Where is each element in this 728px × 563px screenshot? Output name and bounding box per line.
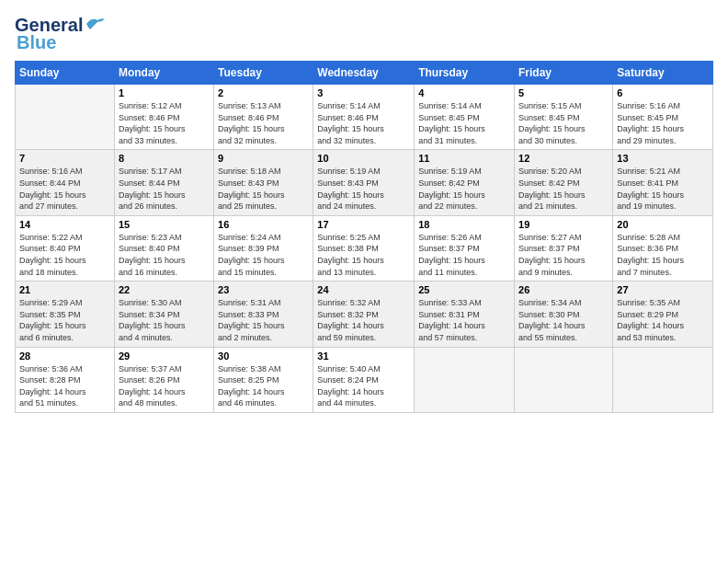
day-number: 21	[19, 284, 110, 295]
calendar-cell: 26Sunrise: 5:34 AM Sunset: 8:30 PM Dayli…	[515, 282, 613, 347]
calendar-week-row: 7Sunrise: 5:16 AM Sunset: 8:44 PM Daylig…	[16, 150, 713, 215]
day-info: Sunrise: 5:17 AM Sunset: 8:44 PM Dayligh…	[119, 166, 210, 212]
calendar-cell: 21Sunrise: 5:29 AM Sunset: 8:35 PM Dayli…	[16, 282, 115, 347]
calendar-cell: 28Sunrise: 5:36 AM Sunset: 8:28 PM Dayli…	[16, 347, 115, 412]
day-info: Sunrise: 5:37 AM Sunset: 8:26 PM Dayligh…	[119, 363, 210, 409]
calendar-cell: 5Sunrise: 5:15 AM Sunset: 8:45 PM Daylig…	[515, 85, 613, 150]
day-number: 24	[317, 284, 410, 295]
day-number: 22	[119, 284, 210, 295]
col-thursday: Thursday	[415, 62, 515, 85]
calendar-cell: 25Sunrise: 5:33 AM Sunset: 8:31 PM Dayli…	[415, 282, 515, 347]
col-wednesday: Wednesday	[313, 62, 415, 85]
calendar-cell: 17Sunrise: 5:25 AM Sunset: 8:38 PM Dayli…	[313, 215, 415, 281]
calendar-cell: 23Sunrise: 5:31 AM Sunset: 8:33 PM Dayli…	[214, 282, 313, 347]
calendar-cell: 11Sunrise: 5:19 AM Sunset: 8:42 PM Dayli…	[415, 150, 515, 215]
calendar-cell	[613, 347, 713, 412]
day-info: Sunrise: 5:32 AM Sunset: 8:32 PM Dayligh…	[317, 297, 410, 343]
day-number: 1	[119, 87, 210, 98]
day-number: 17	[317, 219, 410, 230]
calendar-cell: 18Sunrise: 5:26 AM Sunset: 8:37 PM Dayli…	[415, 215, 515, 281]
day-info: Sunrise: 5:21 AM Sunset: 8:41 PM Dayligh…	[617, 166, 709, 212]
calendar-header-row: Sunday Monday Tuesday Wednesday Thursday…	[16, 62, 713, 85]
header: General Blue	[15, 15, 713, 53]
day-number: 15	[119, 219, 210, 230]
day-number: 30	[218, 350, 309, 362]
day-number: 25	[418, 284, 510, 295]
day-info: Sunrise: 5:35 AM Sunset: 8:29 PM Dayligh…	[617, 297, 709, 343]
calendar-cell	[415, 347, 515, 412]
day-info: Sunrise: 5:19 AM Sunset: 8:42 PM Dayligh…	[418, 166, 510, 212]
calendar-cell: 4Sunrise: 5:14 AM Sunset: 8:45 PM Daylig…	[415, 85, 515, 150]
day-number: 18	[418, 219, 510, 230]
day-number: 12	[518, 153, 609, 164]
calendar-cell: 10Sunrise: 5:19 AM Sunset: 8:43 PM Dayli…	[313, 150, 415, 215]
day-info: Sunrise: 5:26 AM Sunset: 8:37 PM Dayligh…	[418, 232, 510, 278]
calendar-cell: 3Sunrise: 5:14 AM Sunset: 8:46 PM Daylig…	[313, 85, 415, 150]
calendar-cell: 16Sunrise: 5:24 AM Sunset: 8:39 PM Dayli…	[214, 215, 313, 281]
calendar-cell: 6Sunrise: 5:16 AM Sunset: 8:45 PM Daylig…	[613, 85, 713, 150]
col-friday: Friday	[515, 62, 613, 85]
logo: General Blue	[15, 15, 105, 53]
day-info: Sunrise: 5:31 AM Sunset: 8:33 PM Dayligh…	[218, 297, 309, 343]
col-saturday: Saturday	[613, 62, 713, 85]
calendar-cell: 12Sunrise: 5:20 AM Sunset: 8:42 PM Dayli…	[515, 150, 613, 215]
page: General Blue Sunday Monday Tuesday Wedne…	[0, 0, 728, 563]
day-number: 28	[19, 350, 110, 362]
calendar-cell: 24Sunrise: 5:32 AM Sunset: 8:32 PM Dayli…	[313, 282, 415, 347]
day-info: Sunrise: 5:14 AM Sunset: 8:45 PM Dayligh…	[418, 100, 510, 146]
day-number: 16	[218, 219, 309, 230]
day-number: 29	[119, 350, 210, 362]
day-number: 7	[19, 153, 110, 164]
calendar-cell: 19Sunrise: 5:27 AM Sunset: 8:37 PM Dayli…	[515, 215, 613, 281]
day-info: Sunrise: 5:23 AM Sunset: 8:40 PM Dayligh…	[119, 232, 210, 278]
calendar-week-row: 28Sunrise: 5:36 AM Sunset: 8:28 PM Dayli…	[16, 347, 713, 412]
day-info: Sunrise: 5:14 AM Sunset: 8:46 PM Dayligh…	[317, 100, 410, 146]
day-info: Sunrise: 5:16 AM Sunset: 8:44 PM Dayligh…	[19, 166, 110, 212]
calendar-cell: 7Sunrise: 5:16 AM Sunset: 8:44 PM Daylig…	[16, 150, 115, 215]
calendar-cell: 13Sunrise: 5:21 AM Sunset: 8:41 PM Dayli…	[613, 150, 713, 215]
calendar-cell: 30Sunrise: 5:38 AM Sunset: 8:25 PM Dayli…	[214, 347, 313, 412]
day-info: Sunrise: 5:36 AM Sunset: 8:28 PM Dayligh…	[19, 363, 110, 409]
col-sunday: Sunday	[16, 62, 115, 85]
calendar-cell: 1Sunrise: 5:12 AM Sunset: 8:46 PM Daylig…	[114, 85, 213, 150]
day-info: Sunrise: 5:29 AM Sunset: 8:35 PM Dayligh…	[19, 297, 110, 343]
day-number: 14	[19, 219, 110, 230]
day-info: Sunrise: 5:27 AM Sunset: 8:37 PM Dayligh…	[518, 232, 609, 278]
day-info: Sunrise: 5:13 AM Sunset: 8:46 PM Dayligh…	[218, 100, 309, 146]
col-monday: Monday	[114, 62, 213, 85]
day-number: 5	[518, 87, 609, 98]
day-number: 11	[418, 153, 510, 164]
calendar-cell: 14Sunrise: 5:22 AM Sunset: 8:40 PM Dayli…	[16, 215, 115, 281]
day-info: Sunrise: 5:19 AM Sunset: 8:43 PM Dayligh…	[317, 166, 410, 212]
day-info: Sunrise: 5:40 AM Sunset: 8:24 PM Dayligh…	[317, 363, 410, 409]
calendar-cell: 29Sunrise: 5:37 AM Sunset: 8:26 PM Dayli…	[114, 347, 213, 412]
day-number: 2	[218, 87, 309, 98]
calendar-week-row: 1Sunrise: 5:12 AM Sunset: 8:46 PM Daylig…	[16, 85, 713, 150]
day-info: Sunrise: 5:18 AM Sunset: 8:43 PM Dayligh…	[218, 166, 309, 212]
calendar-cell: 2Sunrise: 5:13 AM Sunset: 8:46 PM Daylig…	[214, 85, 313, 150]
calendar-cell: 22Sunrise: 5:30 AM Sunset: 8:34 PM Dayli…	[114, 282, 213, 347]
logo-bird-icon	[85, 17, 105, 31]
col-tuesday: Tuesday	[214, 62, 313, 85]
day-info: Sunrise: 5:12 AM Sunset: 8:46 PM Dayligh…	[119, 100, 210, 146]
day-number: 31	[317, 350, 410, 362]
calendar-cell: 8Sunrise: 5:17 AM Sunset: 8:44 PM Daylig…	[114, 150, 213, 215]
day-number: 6	[617, 87, 709, 98]
day-info: Sunrise: 5:16 AM Sunset: 8:45 PM Dayligh…	[617, 100, 709, 146]
day-info: Sunrise: 5:15 AM Sunset: 8:45 PM Dayligh…	[518, 100, 609, 146]
day-info: Sunrise: 5:33 AM Sunset: 8:31 PM Dayligh…	[418, 297, 510, 343]
day-number: 27	[617, 284, 709, 295]
day-number: 13	[617, 153, 709, 164]
day-info: Sunrise: 5:28 AM Sunset: 8:36 PM Dayligh…	[617, 232, 709, 278]
logo-blue: Blue	[17, 32, 56, 53]
calendar-cell: 15Sunrise: 5:23 AM Sunset: 8:40 PM Dayli…	[114, 215, 213, 281]
day-number: 3	[317, 87, 410, 98]
calendar-cell: 9Sunrise: 5:18 AM Sunset: 8:43 PM Daylig…	[214, 150, 313, 215]
day-number: 19	[518, 219, 609, 230]
day-number: 8	[119, 153, 210, 164]
day-number: 9	[218, 153, 309, 164]
day-number: 20	[617, 219, 709, 230]
day-info: Sunrise: 5:25 AM Sunset: 8:38 PM Dayligh…	[317, 232, 410, 278]
day-number: 10	[317, 153, 410, 164]
day-number: 26	[518, 284, 609, 295]
